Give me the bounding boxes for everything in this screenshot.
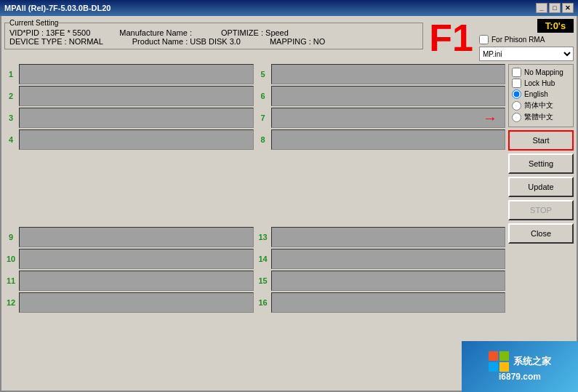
watermark-top: 系统之家 bbox=[489, 351, 551, 372]
no-mapping-label: No Mapping bbox=[524, 68, 563, 76]
slot-bar-5[interactable] bbox=[271, 64, 506, 84]
settings-legend: Current Setting bbox=[9, 19, 58, 27]
windows-logo-icon bbox=[489, 351, 509, 372]
settings-row1: VID*PID : 13FE * 5500 Manufacture Name :… bbox=[9, 28, 418, 37]
slot-row-11: 11 bbox=[4, 271, 254, 291]
traditional-chinese-radio[interactable] bbox=[512, 113, 521, 122]
slot-bar-11[interactable] bbox=[19, 271, 254, 291]
watermark-url: i6879.com bbox=[499, 372, 541, 382]
slot-bar-9[interactable] bbox=[19, 227, 254, 247]
slot-row-4: 4 bbox=[4, 129, 254, 150]
slot-num-7: 7 bbox=[257, 108, 270, 128]
slot-num-16: 16 bbox=[257, 292, 270, 313]
slot-bar-10[interactable] bbox=[19, 249, 254, 269]
phison-rma-checkbox[interactable] bbox=[479, 35, 489, 44]
slot-bar-4[interactable] bbox=[19, 129, 254, 150]
slot-row-7: 7 → bbox=[257, 108, 506, 128]
title-bar-buttons: _ □ ✕ bbox=[536, 3, 574, 13]
slot-bar-3[interactable] bbox=[19, 108, 254, 128]
svg-rect-1 bbox=[499, 351, 509, 361]
slot-num-14: 14 bbox=[257, 249, 270, 269]
svg-rect-3 bbox=[499, 362, 509, 372]
start-button[interactable]: Start bbox=[508, 130, 574, 151]
title-bar: MPAll (Rel)-7F-5.03.0B-DL20 _ □ ✕ bbox=[0, 0, 578, 16]
slot-row-1: 1 bbox=[4, 64, 254, 84]
slot-row-3: 3 bbox=[4, 108, 254, 128]
phison-rma-row: For Phison RMA bbox=[479, 35, 574, 44]
slot-num-6: 6 bbox=[257, 86, 270, 106]
watermark: 系统之家 i6879.com bbox=[462, 341, 578, 392]
slots-container: 1 2 3 4 bbox=[4, 64, 505, 388]
slot-num-15: 15 bbox=[257, 271, 270, 291]
slot-row-2: 2 bbox=[4, 86, 254, 106]
optimize: OPTIMIZE : Speed bbox=[221, 28, 289, 37]
slot-row-12: 12 bbox=[4, 292, 254, 313]
main-window: Current Setting VID*PID : 13FE * 5500 Ma… bbox=[0, 16, 578, 392]
slots-col-3: 9 10 11 12 bbox=[4, 227, 254, 388]
setting-button[interactable]: Setting bbox=[508, 153, 574, 174]
english-label: English bbox=[524, 90, 548, 98]
top-slots: 1 2 3 4 bbox=[4, 64, 505, 225]
english-row: English bbox=[512, 89, 570, 99]
ini-select[interactable]: MP.ini bbox=[479, 47, 574, 61]
slot-bar-14[interactable] bbox=[271, 249, 506, 269]
slot-num-9: 9 bbox=[4, 227, 17, 247]
device-type: DEVICE TYPE : NORMAL bbox=[9, 37, 103, 46]
slot-bar-7[interactable]: → bbox=[271, 108, 506, 128]
simplified-chinese-label: 简体中文 bbox=[524, 100, 553, 111]
product-name: Product Name : USB DISK 3.0 bbox=[132, 37, 241, 46]
svg-rect-0 bbox=[489, 351, 498, 361]
bottom-slots: 9 10 11 12 bbox=[4, 227, 505, 388]
close-title-button[interactable]: ✕ bbox=[562, 3, 574, 13]
slot-bar-1[interactable] bbox=[19, 64, 254, 84]
lock-hub-row: Lock Hub bbox=[512, 79, 570, 88]
maximize-button[interactable]: □ bbox=[549, 3, 561, 13]
stop-button[interactable]: STOP bbox=[508, 200, 574, 220]
slot-bar-13[interactable] bbox=[271, 227, 506, 247]
slot-bar-6[interactable] bbox=[271, 86, 506, 106]
svg-rect-2 bbox=[489, 362, 498, 372]
slot-row-13: 13 bbox=[257, 227, 506, 247]
traditional-chinese-label: 繁體中文 bbox=[524, 112, 553, 122]
slot-bar-2[interactable] bbox=[19, 86, 254, 106]
update-button[interactable]: Update bbox=[508, 177, 574, 197]
vid-pid: VID*PID : 13FE * 5500 bbox=[9, 28, 90, 37]
english-radio[interactable] bbox=[512, 89, 521, 99]
no-mapping-row: No Mapping bbox=[512, 68, 570, 77]
body-area: 1 2 3 4 bbox=[4, 64, 574, 388]
settings-row2: DEVICE TYPE : NORMAL Product Name : USB … bbox=[9, 37, 418, 46]
slot-bar-8[interactable] bbox=[271, 129, 506, 150]
slot-row-15: 15 bbox=[257, 271, 506, 291]
simplified-chinese-row: 简体中文 bbox=[512, 100, 570, 111]
slot-num-2: 2 bbox=[4, 86, 17, 106]
slot-row-10: 10 bbox=[4, 249, 254, 269]
right-panel: No Mapping Lock Hub English 简体中文 繁體中文 bbox=[508, 64, 574, 388]
f1-label: F1 bbox=[429, 19, 473, 57]
slot-num-3: 3 bbox=[4, 108, 17, 128]
slot-num-1: 1 bbox=[4, 64, 17, 84]
slot-row-6: 6 bbox=[257, 86, 506, 106]
title-text: MPAll (Rel)-7F-5.03.0B-DL20 bbox=[4, 4, 111, 12]
slots-col-2: 5 6 7 → bbox=[257, 64, 506, 225]
slot-bar-15[interactable] bbox=[271, 271, 506, 291]
simplified-chinese-radio[interactable] bbox=[512, 101, 521, 111]
close-button[interactable]: Close bbox=[508, 223, 574, 244]
slot-row-9: 9 bbox=[4, 227, 254, 247]
phison-rma-label: For Phison RMA bbox=[491, 36, 545, 44]
traditional-chinese-row: 繁體中文 bbox=[512, 112, 570, 122]
slot-bar-16[interactable] bbox=[271, 292, 506, 313]
slot-num-12: 12 bbox=[4, 292, 17, 313]
slot-row-14: 14 bbox=[257, 249, 506, 269]
no-mapping-checkbox[interactable] bbox=[512, 68, 521, 77]
lock-hub-checkbox[interactable] bbox=[512, 79, 521, 88]
mapping: MAPPING : NO bbox=[270, 37, 325, 46]
minimize-button[interactable]: _ bbox=[536, 3, 547, 13]
slot-row-5: 5 bbox=[257, 64, 506, 84]
lock-hub-label: Lock Hub bbox=[524, 79, 555, 87]
slot-bar-12[interactable] bbox=[19, 292, 254, 313]
slots-col-1: 1 2 3 4 bbox=[4, 64, 254, 225]
slot-num-8: 8 bbox=[257, 129, 270, 150]
current-settings-group: Current Setting VID*PID : 13FE * 5500 Ma… bbox=[4, 19, 423, 49]
slot-num-13: 13 bbox=[257, 227, 270, 247]
slot-num-11: 11 bbox=[4, 271, 17, 291]
